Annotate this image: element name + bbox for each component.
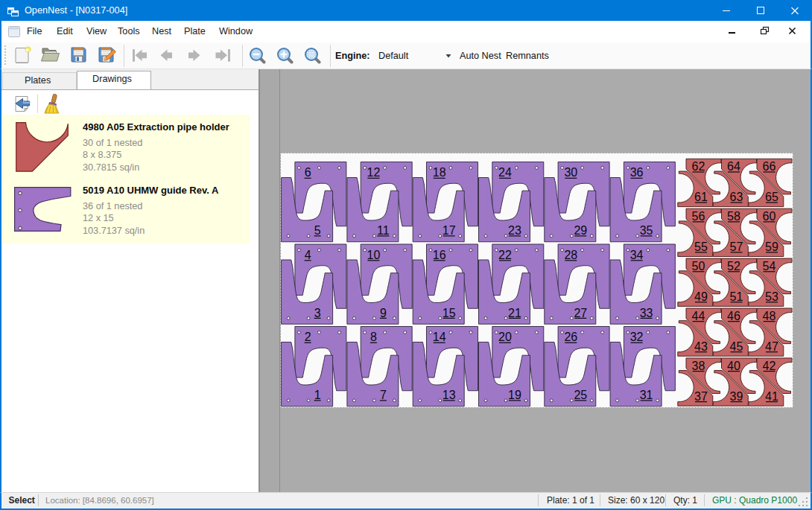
svg-text:19: 19: [508, 389, 521, 401]
svg-text:11: 11: [377, 224, 390, 237]
svg-text:25: 25: [574, 389, 587, 401]
svg-text:30: 30: [564, 166, 577, 179]
svg-text:47: 47: [765, 340, 778, 353]
svg-text:27: 27: [574, 307, 587, 319]
svg-text:31: 31: [639, 389, 653, 401]
svg-text:45: 45: [729, 340, 743, 353]
svg-text:44: 44: [691, 310, 705, 322]
svg-text:21: 21: [508, 307, 521, 319]
svg-text:66: 66: [762, 160, 775, 173]
svg-text:48: 48: [762, 310, 775, 322]
svg-text:5: 5: [314, 224, 320, 237]
svg-text:61: 61: [694, 191, 708, 203]
svg-text:49: 49: [694, 290, 708, 303]
svg-text:36: 36: [629, 166, 643, 179]
svg-text:18: 18: [432, 166, 445, 179]
svg-text:54: 54: [762, 260, 775, 272]
svg-text:38: 38: [691, 360, 705, 372]
svg-text:37: 37: [694, 390, 708, 403]
svg-text:8: 8: [369, 331, 376, 343]
svg-text:26: 26: [564, 331, 577, 343]
svg-text:3: 3: [314, 307, 320, 319]
svg-text:62: 62: [691, 160, 705, 173]
svg-text:43: 43: [694, 340, 708, 353]
svg-text:50: 50: [691, 260, 705, 272]
svg-text:53: 53: [765, 290, 778, 303]
svg-text:55: 55: [694, 240, 708, 253]
svg-text:13: 13: [442, 389, 455, 401]
svg-text:4: 4: [304, 249, 311, 261]
svg-text:9: 9: [379, 307, 386, 319]
svg-text:12: 12: [367, 166, 380, 179]
svg-text:42: 42: [762, 360, 775, 372]
svg-text:29: 29: [574, 224, 587, 237]
svg-text:57: 57: [729, 240, 743, 253]
svg-text:17: 17: [442, 224, 455, 237]
svg-text:6: 6: [304, 166, 311, 179]
svg-text:59: 59: [765, 240, 778, 253]
svg-text:60: 60: [762, 210, 775, 223]
svg-text:16: 16: [432, 249, 445, 261]
svg-text:51: 51: [729, 290, 743, 303]
svg-text:41: 41: [765, 390, 778, 403]
svg-text:22: 22: [498, 249, 512, 261]
svg-text:65: 65: [765, 191, 778, 203]
svg-text:56: 56: [691, 210, 705, 223]
svg-text:14: 14: [432, 331, 445, 343]
svg-text:20: 20: [498, 331, 512, 343]
svg-text:1: 1: [314, 389, 320, 401]
svg-text:64: 64: [727, 160, 740, 173]
svg-text:32: 32: [629, 331, 643, 343]
svg-text:39: 39: [729, 390, 743, 403]
svg-text:40: 40: [727, 360, 740, 372]
svg-text:15: 15: [442, 307, 455, 319]
svg-text:23: 23: [508, 224, 521, 237]
svg-text:28: 28: [564, 249, 577, 261]
svg-text:46: 46: [727, 310, 740, 322]
svg-text:63: 63: [729, 191, 743, 203]
svg-text:7: 7: [379, 389, 386, 401]
svg-text:2: 2: [304, 331, 311, 343]
svg-text:58: 58: [727, 210, 740, 223]
svg-text:33: 33: [639, 307, 653, 319]
svg-text:24: 24: [498, 166, 512, 179]
svg-text:35: 35: [639, 224, 653, 237]
svg-text:34: 34: [629, 249, 643, 261]
svg-text:10: 10: [367, 249, 380, 261]
svg-text:52: 52: [727, 260, 740, 272]
